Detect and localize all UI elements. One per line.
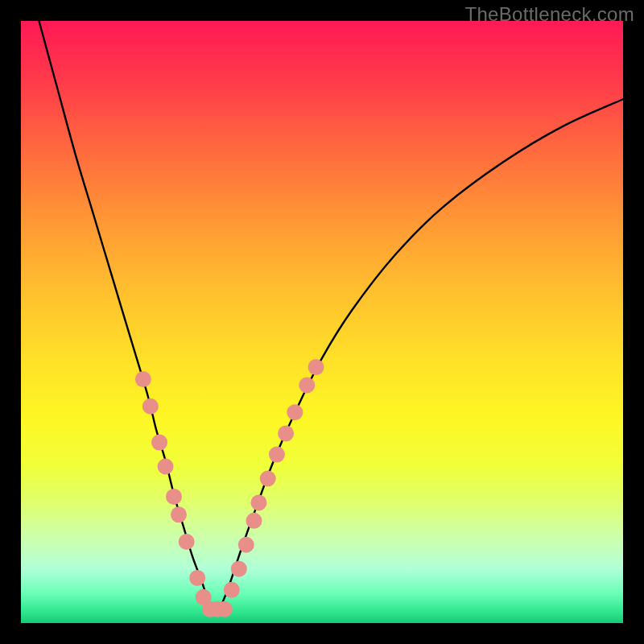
- curve-marker: [171, 506, 187, 522]
- curve-marker: [238, 537, 254, 553]
- chart-overlay: [21, 21, 623, 623]
- curve-marker: [299, 378, 315, 394]
- curve-marker: [269, 447, 285, 463]
- curve-marker: [278, 425, 294, 441]
- curve-marker: [179, 534, 195, 550]
- curve-marker: [250, 494, 266, 510]
- curve-marker: [166, 489, 182, 505]
- bottleneck-curve: [39, 21, 623, 612]
- curve-marker: [142, 398, 159, 415]
- curve-marker: [151, 435, 167, 451]
- curve-markers: [135, 359, 324, 617]
- curve-marker: [260, 470, 276, 486]
- curve-marker: [135, 371, 151, 387]
- curve-marker: [287, 404, 303, 420]
- curve-marker: [231, 561, 247, 577]
- curve-marker: [189, 570, 205, 586]
- watermark-text: TheBottleneck.com: [464, 3, 634, 26]
- curve-marker: [308, 359, 324, 375]
- curve-marker: [158, 459, 174, 475]
- curve-marker: [224, 582, 240, 598]
- curve-marker: [246, 513, 262, 529]
- curve-marker: [217, 601, 233, 617]
- chart-canvas: [21, 21, 623, 623]
